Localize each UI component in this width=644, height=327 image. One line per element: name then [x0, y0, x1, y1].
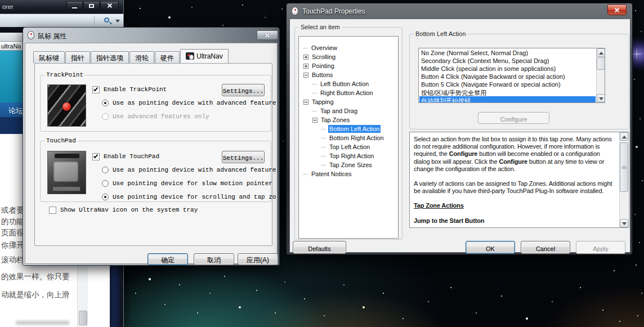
- toolbar-divider: [94, 16, 95, 26]
- collapse-minus-icon[interactable]: [303, 100, 308, 105]
- tree-connector: [312, 93, 317, 93]
- tree-item[interactable]: Pointing: [303, 61, 336, 70]
- list-item[interactable]: Secondary Click (Context Menu, Special D…: [419, 57, 596, 65]
- tree-item[interactable]: Tapping: [303, 97, 335, 106]
- scroll-down-button[interactable]: [620, 219, 628, 227]
- tree-item[interactable]: Scrolling: [303, 52, 337, 61]
- radio-label: Use as pointing device with advanced fea…: [113, 167, 276, 173]
- apply-button[interactable]: Apply: [576, 241, 625, 254]
- collapse-minus-icon[interactable]: [312, 118, 317, 123]
- tab-3[interactable]: 滑轮: [129, 51, 154, 63]
- trackpoint-settings-button[interactable]: Settings...: [222, 84, 265, 96]
- description-scrollbar-thumb[interactable]: [620, 142, 628, 192]
- tree-item-label: Patent Notices: [310, 170, 353, 178]
- touchpad-image-slot: [55, 154, 79, 158]
- tree-item[interactable]: Top Left Action: [321, 142, 371, 151]
- list-item[interactable]: No Zone (Normal Select, Normal Drag): [419, 49, 596, 57]
- tree-connector: [321, 129, 326, 129]
- tree-connector: [303, 174, 308, 174]
- close-icon: [614, 7, 620, 13]
- dialog-title-bar[interactable]: 鼠标 属性: [23, 28, 279, 43]
- tree-item[interactable]: Left Button Action: [312, 79, 370, 88]
- show-tray-icon-label: Show UltraNav icon on the system tray: [60, 207, 198, 213]
- close-icon: [107, 3, 113, 8]
- apply-button[interactable]: 应用(A): [238, 253, 278, 265]
- scroll-up-button[interactable]: [620, 132, 628, 141]
- tree-item[interactable]: Tap and Drag: [312, 106, 359, 115]
- list-item[interactable]: Button 4 Click (Navigate Backward or spe…: [419, 73, 596, 80]
- close-button[interactable]: [257, 30, 278, 40]
- dialog-title-bar[interactable]: TouchPad Properties: [287, 3, 632, 19]
- tab-label: 滑轮: [135, 54, 149, 62]
- action-listbox: No Zone (Normal Select, Normal Drag)Seco…: [418, 48, 605, 103]
- tree-item-label: Bottom Right Action: [328, 134, 385, 142]
- trackpoint-image: [47, 84, 86, 127]
- tab-1[interactable]: 指针: [65, 51, 90, 63]
- cancel-button[interactable]: 取消: [194, 253, 234, 265]
- description-paragraph: Jump to the Start Button: [414, 217, 618, 225]
- arrow-up-icon: [622, 136, 627, 138]
- tree-connector: [312, 111, 317, 111]
- page-text-fragment: 滚动栏: [1, 255, 24, 265]
- tree-item[interactable]: Overview: [303, 43, 338, 52]
- tab-ultranav[interactable]: UltraNav: [180, 49, 229, 63]
- touchpad-image-pad: [53, 162, 78, 182]
- tree-item-label: Tapping: [311, 98, 335, 106]
- ok-button[interactable]: OK: [466, 241, 515, 254]
- minimize-button[interactable]: [66, 1, 83, 10]
- description-scrollbar[interactable]: [619, 132, 628, 227]
- configure-button[interactable]: Configure: [478, 112, 549, 124]
- listbox-scrollbar-thumb[interactable]: [597, 57, 605, 70]
- tab-label: 指针选项: [96, 54, 123, 62]
- tree-item[interactable]: Bottom Left Action: [321, 124, 381, 133]
- search-icon[interactable]: [104, 17, 109, 23]
- list-item[interactable]: 自动跳到开始按钮: [419, 96, 596, 103]
- ultranav-tab-page: TrackPoint Enable TrackPoint Use as poin…: [34, 63, 272, 246]
- tree-item[interactable]: Tap Zone Sizes: [321, 160, 373, 169]
- list-item[interactable]: Middle Click (special action in some app…: [419, 65, 596, 73]
- expand-plus-icon[interactable]: [303, 64, 308, 69]
- tab-4[interactable]: 硬件: [155, 51, 180, 63]
- tab-2[interactable]: 指针选项: [91, 51, 129, 63]
- enable-trackpoint-label: Enable TrackPoint: [104, 86, 167, 93]
- list-item[interactable]: 按钮/区域/手势完全禁用: [419, 88, 596, 96]
- collapse-minus-icon[interactable]: [303, 73, 308, 78]
- radio-label: Use pointing device for slow motion poin…: [113, 180, 272, 187]
- search-dropdown-arrow-icon[interactable]: [115, 20, 120, 23]
- cancel-button[interactable]: Cancel: [521, 241, 570, 254]
- list-item[interactable]: Button 5 Click (Navigate Forward or spec…: [419, 80, 596, 88]
- nav-link[interactable]: 论坛: [8, 106, 23, 116]
- tree-item-label: Top Left Action: [328, 143, 371, 151]
- tree-item[interactable]: Top Right Action: [321, 151, 375, 160]
- tree-connector: [312, 84, 317, 84]
- tree-connector: [321, 138, 326, 138]
- radio-label: Use as pointing device with advanced fea…: [113, 100, 276, 106]
- scroll-down-button[interactable]: [597, 94, 605, 102]
- action-group-label: Bottom Left Action: [414, 30, 467, 37]
- touchpad-settings-button[interactable]: Settings...: [222, 151, 265, 163]
- tree-item[interactable]: Buttons: [303, 70, 334, 79]
- tree-item[interactable]: Patent Notices: [303, 169, 353, 178]
- item-tree: OverviewScrollingPointingButtonsLeft But…: [298, 36, 399, 239]
- tab-0[interactable]: 鼠标键: [33, 51, 65, 63]
- radio-dot: [104, 102, 106, 104]
- browser-scrollbar-thumb[interactable]: [79, 311, 87, 325]
- listbox-scrollbar[interactable]: [596, 48, 605, 102]
- ok-button[interactable]: 确定: [147, 253, 188, 265]
- scroll-up-button[interactable]: [597, 48, 605, 57]
- touchpad-image-buttons: [52, 186, 80, 191]
- defaults-button[interactable]: Defaults: [293, 241, 346, 254]
- close-button[interactable]: [100, 1, 119, 10]
- select-item-group: Select an item OverviewScrollingPointing…: [294, 24, 402, 240]
- enable-touchpad-label: Enable TouchPad: [104, 153, 159, 160]
- expand-plus-icon[interactable]: [303, 55, 308, 60]
- tree-item[interactable]: Bottom Right Action: [321, 133, 385, 142]
- tree-item[interactable]: Right Button Action: [312, 88, 374, 97]
- page-text-fragment: 动就是缩小，向上滑: [1, 290, 70, 300]
- close-button[interactable]: [607, 5, 627, 15]
- tree-item-label: Tap Zones: [320, 116, 351, 124]
- tree-item[interactable]: Tap Zones: [312, 115, 351, 124]
- radio-icon: [102, 180, 109, 187]
- tree-connector: [303, 48, 308, 48]
- maximize-button[interactable]: [83, 1, 100, 10]
